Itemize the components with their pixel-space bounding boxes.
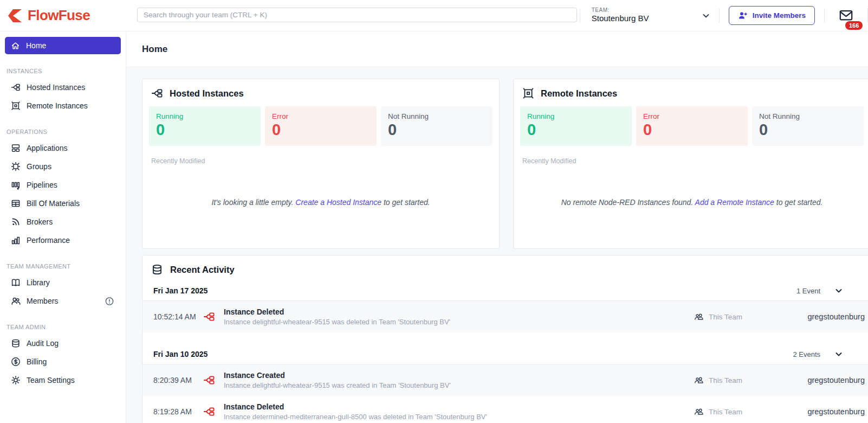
invite-members-button[interactable]: Invite Members <box>729 6 815 25</box>
activity-event-row: 8:20:39 AM Instance Created Inst <box>142 364 868 396</box>
recent-activity-card: Recent Activity Fri Jan 17 2025 1 Event <box>142 255 868 423</box>
empty-text: It's looking a little empty. <box>211 198 295 207</box>
create-hosted-instance-link[interactable]: Create a Hosted Instance <box>295 198 381 207</box>
hosted-empty-state: It's looking a little empty. Create a Ho… <box>142 198 499 207</box>
sidebar-section-team-management: TEAM MANAGEMENT <box>7 263 126 270</box>
sidebar-item-brokers[interactable]: Brokers <box>0 213 126 231</box>
remote-instances-icon <box>11 101 21 111</box>
sidebar-item-billing[interactable]: Billing <box>0 352 126 371</box>
sidebar-section-team-admin: TEAM ADMIN <box>7 324 126 330</box>
activity-date: Fri Jan 17 2025 <box>153 286 208 295</box>
activity-group-header[interactable]: Fri Jan 10 2025 2 Events <box>142 344 868 364</box>
sidebar-item-label: Bill Of Materials <box>27 199 80 208</box>
brokers-icon <box>11 217 21 227</box>
search-input[interactable] <box>137 8 577 22</box>
sidebar-section-operations: OPERATIONS <box>7 129 126 135</box>
stat-value: 0 <box>272 121 370 139</box>
sidebar-item-bill-of-materials[interactable]: Bill Of Materials <box>0 194 126 213</box>
event-time: 10:52:14 AM <box>153 312 203 321</box>
event-title: Instance Deleted <box>224 402 694 411</box>
event-scope-label: This Team <box>709 408 742 416</box>
event-scope-label: This Team <box>709 376 742 384</box>
recently-modified-label: Recently Modified <box>151 157 490 165</box>
stat-value: 0 <box>156 121 254 139</box>
sidebar: Home INSTANCES Hosted Instances <box>0 31 126 423</box>
invite-members-label: Invite Members <box>753 11 806 20</box>
sidebar-item-label: Members <box>27 297 58 305</box>
sidebar-item-audit-log[interactable]: Audit Log <box>0 334 126 352</box>
remote-error-stat: Error 0 <box>636 106 748 146</box>
sidebar-item-home[interactable]: Home <box>5 37 121 54</box>
sidebar-item-label: Hosted Instances <box>27 83 85 92</box>
add-remote-instance-link[interactable]: Add a Remote Instance <box>695 198 774 207</box>
main-area: Home Hosted <box>126 31 868 423</box>
activity-group-header[interactable]: Fri Jan 17 2025 1 Event <box>142 281 868 301</box>
sidebar-item-label: Brokers <box>27 217 53 226</box>
hosted-running-stat: Running 0 <box>149 106 261 146</box>
chevron-down-icon[interactable] <box>834 286 843 295</box>
stat-label: Error <box>272 112 370 120</box>
sidebar-item-label: Applications <box>27 144 68 152</box>
top-bar-right: TEAM: Stoutenburg BV Invite M <box>580 0 868 31</box>
groups-icon <box>11 162 21 171</box>
sidebar-item-label: Remote Instances <box>27 101 88 110</box>
top-bar: FlowFuse TEAM: Stoutenburg BV <box>0 0 868 31</box>
app-root: FlowFuse TEAM: Stoutenburg BV <box>0 0 868 423</box>
team-scope-icon <box>694 375 704 385</box>
event-time: 8:19:28 AM <box>153 407 203 416</box>
audit-log-icon <box>11 338 21 348</box>
activity-group: Fri Jan 10 2025 2 Events 8:20:39 AM <box>142 344 868 423</box>
team-scope-icon <box>694 312 704 322</box>
invite-user-icon <box>738 11 748 21</box>
empty-text: to get started. <box>381 198 430 207</box>
flowfuse-logo-icon <box>7 8 23 24</box>
stat-label: Running <box>527 112 625 120</box>
members-icon <box>11 296 21 306</box>
sidebar-item-groups[interactable]: Groups <box>0 157 126 176</box>
activity-title: Recent Activity <box>170 265 235 275</box>
stat-value: 0 <box>759 121 857 139</box>
members-alert-icon <box>105 297 114 306</box>
sidebar-item-hosted-instances[interactable]: Hosted Instances <box>0 78 126 97</box>
billing-icon <box>11 357 21 367</box>
card-title: Remote Instances <box>541 88 617 99</box>
team-selector[interactable]: TEAM: Stoutenburg BV <box>580 7 719 24</box>
event-count: 1 Event <box>796 287 820 295</box>
page-title: Home <box>126 31 868 67</box>
hosted-not-running-stat: Not Running 0 <box>381 106 493 146</box>
stat-label: Not Running <box>388 112 485 120</box>
event-user: gregstoutenburg <box>779 376 865 384</box>
chevron-down-icon[interactable] <box>834 350 843 358</box>
event-scope: This Team <box>694 312 742 322</box>
sidebar-item-remote-instances[interactable]: Remote Instances <box>0 97 126 115</box>
stat-label: Not Running <box>759 112 857 120</box>
hosted-error-stat: Error 0 <box>265 106 377 146</box>
home-icon <box>11 41 20 50</box>
remote-empty-state: No remote Node-RED Instances found. Add … <box>514 198 868 207</box>
sidebar-item-team-settings[interactable]: Team Settings <box>0 371 126 389</box>
instance-event-icon <box>203 311 215 323</box>
sidebar-item-members[interactable]: Members <box>0 292 126 310</box>
stat-label: Running <box>156 112 254 120</box>
sidebar-item-performance[interactable]: Performance <box>0 231 126 249</box>
sidebar-item-label: Team Settings <box>27 376 75 384</box>
flowfuse-logo[interactable]: FlowFuse <box>7 7 90 24</box>
stat-value: 0 <box>643 121 741 139</box>
event-count: 2 Events <box>793 350 820 358</box>
library-icon <box>11 278 21 287</box>
sidebar-item-label: Billing <box>27 357 47 366</box>
sidebar-item-pipelines[interactable]: Pipelines <box>0 176 126 194</box>
event-user: gregstoutenburg <box>779 407 865 416</box>
notification-count-badge: 166 <box>845 21 863 30</box>
chevron-down-icon[interactable] <box>702 11 710 20</box>
divider <box>719 8 720 23</box>
mail-icon <box>839 8 853 23</box>
activity-event-row: 10:52:14 AM Instance Deleted Ins <box>142 301 868 332</box>
activity-group: Fri Jan 17 2025 1 Event 10:52:14 AM <box>142 281 868 332</box>
hosted-instances-card: Hosted Instances Running 0 Error 0 <box>142 79 500 249</box>
sidebar-item-library[interactable]: Library <box>0 273 126 292</box>
empty-text: to get started. <box>774 198 823 207</box>
sidebar-item-applications[interactable]: Applications <box>0 139 126 157</box>
notifications-button[interactable]: 166 <box>825 8 867 23</box>
sidebar-item-label: Pipelines <box>27 181 57 189</box>
